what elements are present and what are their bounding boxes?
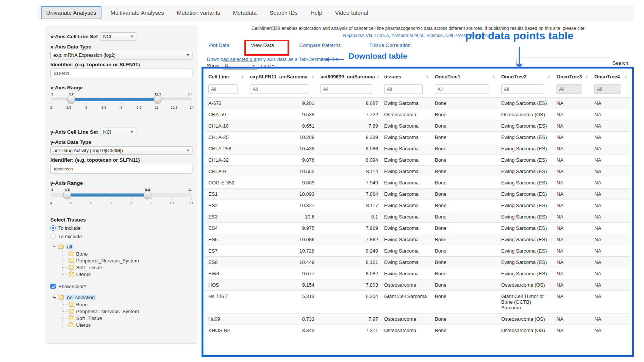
tab-tissue-correlation[interactable]: Tissue Correlation [369, 42, 411, 48]
table-cell: NA [553, 211, 591, 223]
slider-handle-high[interactable] [154, 95, 162, 103]
x-axis-range-slider[interactable]: 2143.711.123.556.589.51112.514 [51, 92, 192, 114]
search-input[interactable] [516, 58, 610, 68]
table-cell: Ewing Sarcoma [381, 223, 432, 234]
filter-row [205, 83, 630, 98]
table-cell: Osteosarcoma (OS) [498, 314, 553, 325]
table-cell: NA [591, 154, 630, 166]
column-header-tissues[interactable]: tissues▲▼ [381, 70, 432, 83]
nav-tab-video-tutorial[interactable]: Video tutorial [331, 6, 372, 19]
column-header-cell-line[interactable]: Cell Line▲▼ [205, 70, 247, 83]
table-cell: 8.114 [317, 166, 381, 177]
column-header-expslfn11_unisarcoma[interactable]: expSLFN11_uniSarcoma▲▼ [247, 70, 317, 83]
nav-tab-help[interactable]: Help [307, 6, 326, 19]
table-cell: Bone [432, 98, 498, 109]
filter-input-tissues[interactable] [384, 84, 423, 94]
table-cell: 7.862 [317, 234, 381, 245]
chevron-down-icon [186, 54, 189, 56]
nav-tab-search-ids[interactable]: Search IDs [266, 6, 301, 19]
slider-selected-bar [71, 98, 158, 101]
chevron-down-icon [130, 131, 133, 133]
table-cell: ES6 [205, 234, 247, 245]
radio-icon [50, 225, 56, 231]
table-cell: A-673 [205, 98, 247, 109]
y-axis-range-slider[interactable]: 4114.88.84567891011 [51, 187, 192, 209]
table-cell: Osteosarcoma (OS) [498, 109, 553, 120]
table-cell: 6.304 [317, 291, 381, 314]
tree-item-soft_tissue[interactable]: Soft_Tissue [63, 315, 192, 321]
tree-item-peripheral_nervous_system[interactable]: Peripheral_Nervous_System [63, 257, 192, 264]
table-cell: 8.086 [317, 143, 381, 154]
radio-to-include[interactable]: To include [50, 224, 192, 232]
table-row: Hs 706.T5.3136.304Giant Cell SarcomaBone… [205, 291, 630, 314]
column-header-oncotree2[interactable]: OncoTree2▲▼ [498, 70, 553, 83]
filter-input-act609699_unisarcoma[interactable] [320, 84, 372, 94]
nav-tab-multivariate-analyses[interactable]: Multivariate Analyses [107, 6, 168, 19]
folder-icon [69, 265, 74, 270]
tab-plot-data[interactable]: Plot Data [208, 42, 230, 48]
x-identifier-input[interactable] [50, 69, 192, 78]
column-header-oncotree4[interactable]: OncoTree4▲▼ [591, 70, 630, 83]
tree-item-soft_tissue[interactable]: Soft_Tissue [63, 264, 192, 271]
table-cell: CHLA-10 [205, 120, 247, 132]
table-row: ES610.0867.862Ewing SarcomaBoneEwing Sar… [205, 234, 630, 245]
nav-tab-mutation-variants[interactable]: Mutation variants [173, 6, 224, 19]
table-cell: Bone [432, 234, 498, 245]
x-axis-type-select[interactable]: exp: mRNA Expression (log2) [50, 51, 192, 59]
y-axis-type-select[interactable]: act: Drug Activity (-log10[IC50M]) [50, 146, 192, 155]
x-axis-set-select[interactable]: NCI [100, 32, 136, 41]
nav-tab-univariate-analyses[interactable]: Univariate Analyses [41, 6, 102, 19]
tree-item-peripheral_nervous_system[interactable]: Peripheral_Nervous_System [63, 308, 192, 315]
table-row: ES310.68.1Ewing SarcomaBoneEwing Sarcoma… [205, 211, 630, 223]
table-row: Hu098.7337.97OsteosarcomaBoneOsteosarcom… [205, 314, 630, 325]
tree-item-bone[interactable]: Bone [63, 250, 192, 257]
slider-tick: 9.5 [136, 103, 141, 109]
table-row: ES210.3278.117Ewing SarcomaBoneEwing Sar… [205, 200, 630, 211]
entries-select[interactable]: 61 [222, 61, 258, 70]
filter-input-expslfn11_unisarcoma[interactable] [250, 84, 308, 94]
radio-to-exclude[interactable]: To exclude [50, 232, 192, 240]
tree-root[interactable]: all [53, 243, 192, 250]
table-cell: Bone [432, 166, 498, 177]
tab-compare-patterns[interactable]: Compare Patterns [299, 42, 341, 48]
slider-handle-low[interactable] [67, 95, 75, 103]
chevron-down-icon [252, 65, 255, 67]
tree-item-bone[interactable]: Bone [63, 301, 192, 308]
tab-view-data[interactable]: View Data [251, 42, 274, 48]
table-cell: Osteosarcoma [381, 325, 432, 336]
table-cell: NA [591, 132, 630, 143]
tree-root[interactable]: no_selection [53, 293, 192, 301]
tree-item-uterus[interactable]: Uterus [63, 271, 192, 278]
slider-handle-low[interactable] [63, 191, 71, 199]
show-color-checkbox[interactable]: Show Color? [50, 282, 192, 290]
table-cell: NA [591, 109, 630, 120]
table-row: ES710.7288.249Ewing SarcomaBoneEwing Sar… [205, 245, 630, 257]
slider-tick: 5 [70, 198, 72, 205]
search-label: Search: [613, 60, 630, 66]
folder-icon [69, 272, 74, 276]
filter-input-oncotree1[interactable] [435, 84, 489, 94]
filter-input-cell-line[interactable] [208, 84, 238, 94]
tree-item-uterus[interactable]: Uterus [63, 321, 192, 328]
table-cell: Ewing Sarcoma (ES) [498, 143, 553, 154]
column-header-act609699_unisarcoma[interactable]: act609699_uniSarcoma▲▼ [317, 70, 381, 83]
x-axis-type-value: exp: mRNA Expression (log2) [53, 53, 116, 58]
table-cell: EW8 [205, 268, 247, 279]
tree-expand-icon[interactable] [53, 244, 56, 247]
table-cell: Bone [432, 268, 498, 279]
table-cell: NA [591, 279, 630, 291]
table-row: A-6739.2018.087Ewing SarcomaBoneEwing Sa… [205, 98, 630, 109]
filter-input-oncotree2[interactable] [501, 84, 544, 94]
y-identifier-input[interactable] [50, 164, 192, 174]
nav-tab-metadata[interactable]: Metadata [229, 6, 261, 19]
table-cell: 9.201 [247, 98, 317, 109]
column-header-oncotree3[interactable]: OncoTree3▲▼ [553, 70, 591, 83]
slider-handle-high[interactable] [144, 191, 152, 199]
table-cell: 10.449 [247, 257, 317, 268]
tree-expand-icon[interactable] [53, 295, 56, 298]
table-cell: ES7 [205, 245, 247, 257]
table-cell: NA [553, 154, 591, 166]
y-axis-set-select[interactable]: NCI [100, 128, 136, 136]
column-header-oncotree1[interactable]: OncoTree1▲▼ [432, 70, 498, 83]
slider-tick: 10 [170, 198, 174, 205]
